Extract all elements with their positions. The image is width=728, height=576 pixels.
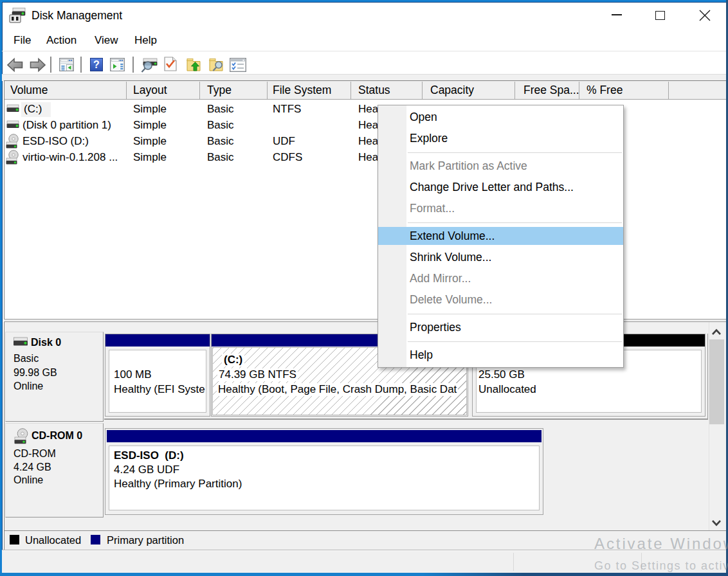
svg-text:?: ?: [93, 59, 100, 70]
